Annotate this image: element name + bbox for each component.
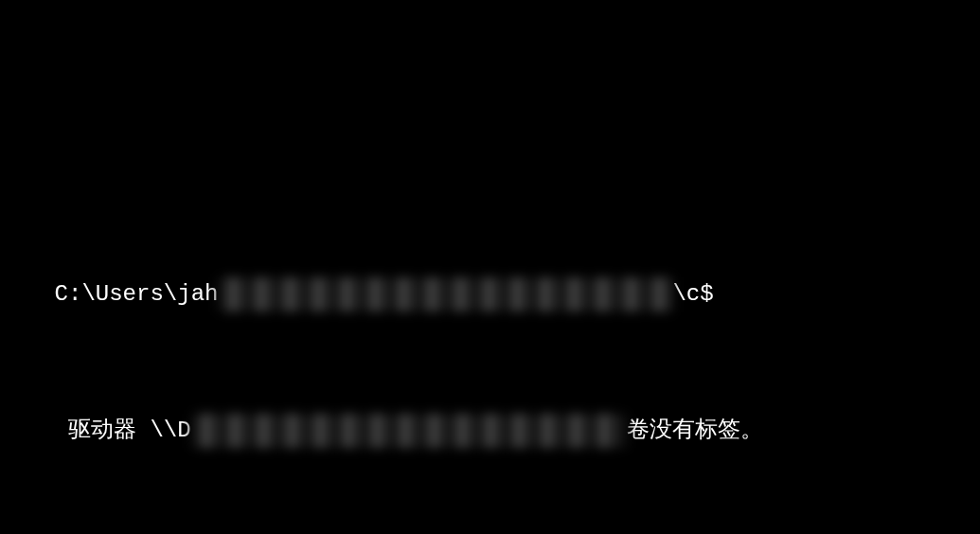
volume-serial-line: 卷的序列号是 <box>0 516 980 534</box>
drive-suffix: 卷没有标签。 <box>627 418 763 443</box>
censored-block <box>218 277 672 312</box>
command-prompt-line: C:\Users\jah\c$ <box>0 243 980 277</box>
censored-block <box>191 414 627 448</box>
prompt-prefix: C:\Users\jah <box>55 281 219 307</box>
prompt-suffix: \c$ <box>672 281 713 307</box>
terminal-output[interactable]: C:\Users\jah\c$ 驱动器 \\D卷没有标签。 卷的序列号是 \\D… <box>0 141 980 534</box>
volume-drive-line: 驱动器 \\D卷没有标签。 <box>0 380 980 414</box>
drive-prefix: 驱动器 \\D <box>55 418 191 443</box>
